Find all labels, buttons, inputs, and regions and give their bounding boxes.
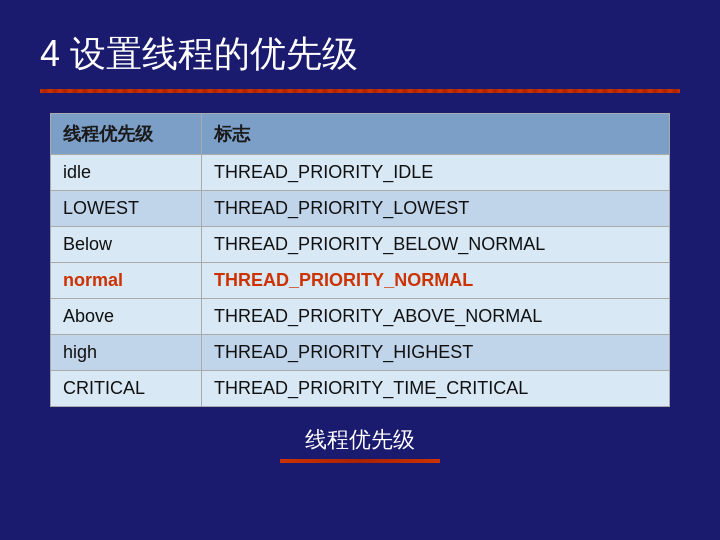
table-row: highTHREAD_PRIORITY_HIGHEST: [51, 335, 670, 371]
page-title: 4 设置线程的优先级: [0, 0, 720, 89]
cell-priority: Above: [51, 299, 202, 335]
cell-flag: THREAD_PRIORITY_ABOVE_NORMAL: [202, 299, 670, 335]
table-row: LOWESTTHREAD_PRIORITY_LOWEST: [51, 191, 670, 227]
cell-flag: THREAD_PRIORITY_NORMAL: [202, 263, 670, 299]
cell-priority: Below: [51, 227, 202, 263]
priority-table: 线程优先级 标志 idleTHREAD_PRIORITY_IDLELOWESTT…: [50, 113, 670, 407]
table-row: idleTHREAD_PRIORITY_IDLE: [51, 155, 670, 191]
cell-priority: CRITICAL: [51, 371, 202, 407]
footer-label: 线程优先级: [0, 425, 720, 455]
table-row: normalTHREAD_PRIORITY_NORMAL: [51, 263, 670, 299]
cell-flag: THREAD_PRIORITY_BELOW_NORMAL: [202, 227, 670, 263]
table-container: 线程优先级 标志 idleTHREAD_PRIORITY_IDLELOWESTT…: [50, 113, 670, 407]
col-header-flag: 标志: [202, 114, 670, 155]
table-header-row: 线程优先级 标志: [51, 114, 670, 155]
cell-flag: THREAD_PRIORITY_HIGHEST: [202, 335, 670, 371]
cell-priority: idle: [51, 155, 202, 191]
cell-priority: normal: [51, 263, 202, 299]
cell-priority: LOWEST: [51, 191, 202, 227]
cell-flag: THREAD_PRIORITY_IDLE: [202, 155, 670, 191]
title-underline: [40, 89, 680, 93]
table-body: idleTHREAD_PRIORITY_IDLELOWESTTHREAD_PRI…: [51, 155, 670, 407]
table-row: AboveTHREAD_PRIORITY_ABOVE_NORMAL: [51, 299, 670, 335]
footer-underline: [280, 459, 440, 463]
table-row: CRITICALTHREAD_PRIORITY_TIME_CRITICAL: [51, 371, 670, 407]
table-row: BelowTHREAD_PRIORITY_BELOW_NORMAL: [51, 227, 670, 263]
cell-priority: high: [51, 335, 202, 371]
col-header-priority: 线程优先级: [51, 114, 202, 155]
cell-flag: THREAD_PRIORITY_LOWEST: [202, 191, 670, 227]
cell-flag: THREAD_PRIORITY_TIME_CRITICAL: [202, 371, 670, 407]
